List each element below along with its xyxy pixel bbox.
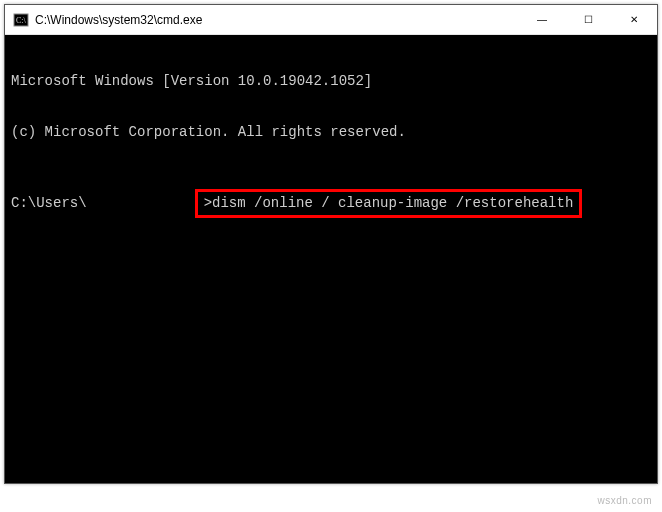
svg-text:C:\: C:\ xyxy=(16,16,27,25)
cmd-icon: C:\ xyxy=(13,12,29,28)
minimize-button[interactable]: — xyxy=(519,5,565,34)
close-button[interactable]: ✕ xyxy=(611,5,657,34)
terminal-prompt-line: C:\Users\ >dism /online / cleanup-image … xyxy=(11,189,651,218)
terminal-area[interactable]: Microsoft Windows [Version 10.0.19042.10… xyxy=(5,35,657,483)
window-title: C:\Windows\system32\cmd.exe xyxy=(35,13,519,27)
prompt-path: C:\Users\ xyxy=(11,195,87,212)
terminal-line-version: Microsoft Windows [Version 10.0.19042.10… xyxy=(11,73,651,90)
watermark: wsxdn.com xyxy=(597,495,652,506)
terminal-line-copyright: (c) Microsoft Corporation. All rights re… xyxy=(11,124,651,141)
command-highlight: >dism /online / cleanup-image /restorehe… xyxy=(195,189,583,218)
cmd-window: C:\ C:\Windows\system32\cmd.exe — ☐ ✕ Mi… xyxy=(4,4,658,484)
redacted-username xyxy=(91,197,191,211)
maximize-button[interactable]: ☐ xyxy=(565,5,611,34)
titlebar[interactable]: C:\ C:\Windows\system32\cmd.exe — ☐ ✕ xyxy=(5,5,657,35)
window-controls: — ☐ ✕ xyxy=(519,5,657,34)
